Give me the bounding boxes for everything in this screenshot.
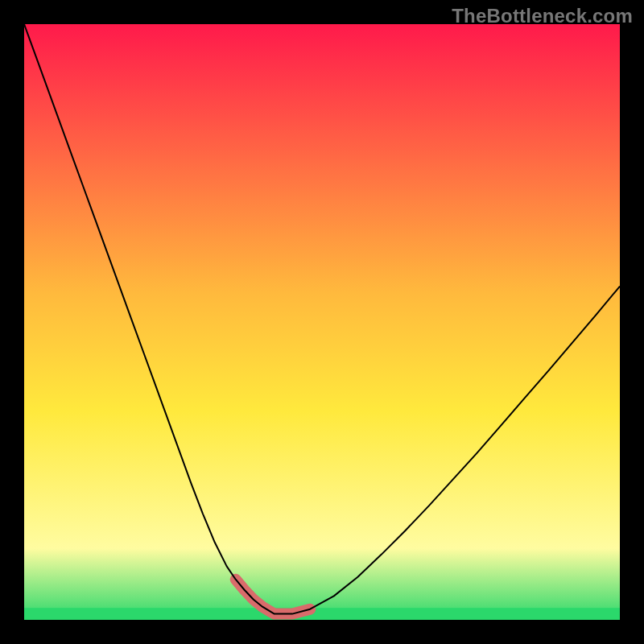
good-zone-band (24, 608, 620, 620)
bottleneck-chart (24, 24, 620, 620)
chart-background (24, 24, 620, 620)
chart-frame: TheBottleneck.com (0, 0, 644, 644)
